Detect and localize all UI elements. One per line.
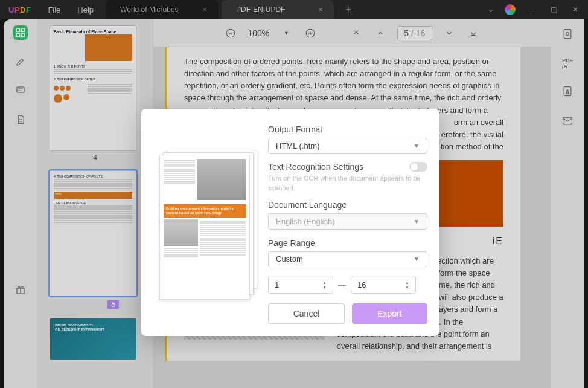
ocr-label: Text Recognition Settings — [268, 162, 363, 172]
dialog-preview: Building environment information modelin… — [153, 124, 256, 324]
output-format-label: Output Format — [268, 124, 427, 134]
cancel-button[interactable]: Cancel — [268, 303, 345, 324]
page-range-select[interactable]: Custom ▼ — [268, 251, 427, 267]
stepper-down-icon[interactable]: ▼ — [405, 285, 409, 289]
export-button[interactable]: Export — [352, 303, 427, 324]
stepper-up-icon[interactable]: ▲ — [405, 280, 409, 285]
ocr-hint: Turn on the OCR when the document appear… — [268, 174, 427, 193]
ocr-toggle[interactable] — [409, 162, 427, 172]
chevron-down-icon: ▼ — [414, 218, 420, 225]
output-format-select[interactable]: HTML (.htm) ▼ — [268, 138, 427, 154]
range-from-input[interactable]: 1 ▲▼ — [268, 276, 333, 294]
language-select[interactable]: English (English) ▼ — [268, 213, 427, 229]
page-range-label: Page Range — [268, 238, 427, 248]
chevron-down-icon: ▼ — [414, 256, 420, 262]
range-to-input[interactable]: 16 ▲▼ — [351, 276, 416, 294]
export-dialog: Building environment information modelin… — [141, 109, 439, 336]
language-label: Document Language — [268, 200, 427, 210]
stepper-down-icon[interactable]: ▼ — [322, 285, 327, 289]
stepper-up-icon[interactable]: ▲ — [322, 280, 327, 285]
dialog-form: Output Format HTML (.htm) ▼ Text Recogni… — [268, 124, 427, 324]
chevron-down-icon: ▼ — [414, 143, 420, 149]
